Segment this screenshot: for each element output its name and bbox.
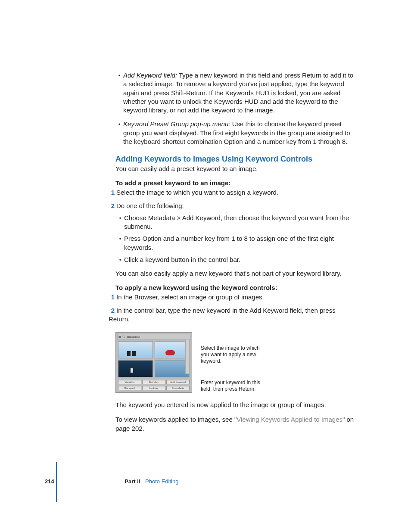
sub-bullet-list: •Choose Metadata > Add Keyword, then cho…	[116, 214, 357, 264]
cross-reference-paragraph: To view keywords applied to images, see …	[115, 415, 357, 433]
filter-label: Showing All	[127, 336, 140, 338]
paragraph: You can also easily apply a new keyword …	[115, 269, 357, 278]
callout-text: Enter your keyword in this field, then p…	[201, 380, 265, 392]
part-label: Part II	[125, 478, 140, 485]
intro-bullets: • Add Keyword field: Type a new keyword …	[115, 71, 357, 146]
section-heading: Adding Keywords to Images Using Keyword …	[115, 155, 357, 164]
cross-reference-link[interactable]: Viewing Keywords Applied to Images	[237, 416, 342, 423]
step-text: In the control bar, type the new keyword…	[109, 307, 336, 323]
bullet-dot-icon: •	[116, 214, 124, 231]
view-mode-icon: ▦	[118, 335, 121, 338]
add-keyword-field: Add Keyword	[166, 380, 190, 384]
footer-part: Part II Photo Editing	[125, 478, 178, 485]
thumbnail-image	[118, 360, 153, 377]
keyword-button: Holiday	[142, 386, 165, 390]
xref-pre: To view keywords applied to images, see …	[115, 416, 237, 423]
bullet-item: • Keyword Preset Group pop-up menu: Use …	[115, 120, 357, 146]
figure-inner: ▦ 🔍 Showing All Vacation Birthday Add Ke…	[117, 334, 190, 391]
step-item: In the Browser, select an image or group…	[109, 293, 357, 302]
figure-toolbar: ▦ 🔍 Showing All	[117, 334, 190, 339]
bullet-text: Click a keyword button in the control ba…	[124, 255, 357, 264]
figure-callouts: Select the image to which you want to ap…	[201, 332, 265, 392]
task-title: To apply a new keyword using the keyword…	[115, 284, 357, 291]
bullet-heading: Keyword Preset Group pop-up menu:	[123, 120, 230, 128]
page-number: 214	[45, 478, 54, 485]
preset-group-popup: Snapshots	[166, 386, 190, 390]
keyword-button-row: Backyard Holiday Snapshots	[117, 385, 190, 391]
thumbnail-grid	[117, 339, 190, 379]
step-item: In the control bar, type the new keyword…	[109, 306, 357, 324]
bullet-dot-icon: •	[115, 71, 123, 115]
thumbnail-image	[155, 341, 190, 358]
task-title: To add a preset keyword to an image:	[115, 179, 357, 187]
step-text: In the Browser, select an image or group…	[116, 293, 264, 301]
step-item: Do one of the following: •Choose Metadat…	[109, 202, 357, 264]
screenshot-figure: ▦ 🔍 Showing All Vacation Birthday Add Ke…	[115, 332, 192, 393]
bullet-text: Add Keyword field: Type a new keyword in…	[123, 71, 357, 115]
section-name: Photo Editing	[145, 478, 178, 485]
search-icon: 🔍	[122, 335, 125, 338]
page-content: • Add Keyword field: Type a new keyword …	[0, 0, 411, 433]
bullet-text: Press Option and a number key from 1 to …	[124, 234, 357, 252]
bullet-dot-icon: •	[116, 234, 124, 252]
paragraph: You can easily add a preset keyword to a…	[115, 165, 357, 173]
paragraph: The keyword you entered is now applied t…	[115, 401, 357, 409]
bullet-text: Keyword Preset Group pop-up menu: Use th…	[123, 120, 357, 146]
step-text: Do one of the following:	[116, 202, 184, 209]
keyword-button: Birthday	[142, 380, 165, 384]
bullet-item: •Click a keyword button in the control b…	[116, 255, 357, 264]
step-item: Select the image to which you want to as…	[109, 188, 357, 197]
thumbnail-image	[155, 360, 190, 377]
bullet-item: • Add Keyword field: Type a new keyword …	[115, 71, 357, 115]
keyword-button-row: Vacation Birthday Add Keyword	[117, 379, 190, 385]
callout-text: Select the image to which you want to ap…	[201, 345, 265, 364]
figure-with-callouts: ▦ 🔍 Showing All Vacation Birthday Add Ke…	[115, 332, 357, 393]
footer-rule	[56, 462, 57, 502]
step-text: Select the image to which you want to as…	[116, 189, 278, 196]
scrollbar	[185, 339, 190, 374]
thumbnail-image	[118, 341, 153, 358]
bullet-text: Choose Metadata > Add Keyword, then choo…	[124, 214, 357, 231]
bullet-dot-icon: •	[116, 255, 124, 264]
keyword-button: Backyard	[118, 386, 141, 390]
bullet-item: •Press Option and a number key from 1 to…	[116, 234, 357, 252]
bullet-dot-icon: •	[115, 120, 123, 146]
keyword-button: Vacation	[118, 380, 141, 384]
bullet-item: •Choose Metadata > Add Keyword, then cho…	[116, 214, 357, 231]
numbered-steps: Select the image to which you want to as…	[115, 188, 357, 264]
page-footer: 214 Part II Photo Editing	[45, 478, 357, 485]
bullet-heading: Add Keyword field:	[123, 72, 177, 79]
numbered-steps: In the Browser, select an image or group…	[115, 293, 357, 324]
